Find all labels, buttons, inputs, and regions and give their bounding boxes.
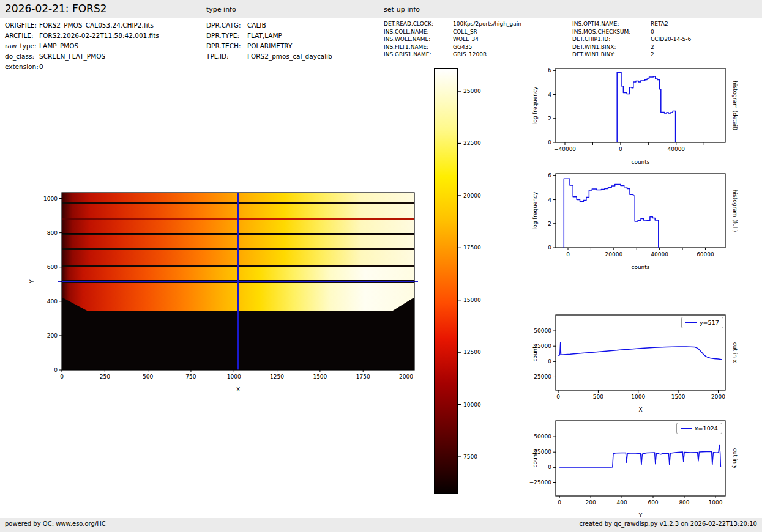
meta-row: DET.READ.CLOCK:100Kps/2ports/high_gain	[384, 20, 521, 28]
meta-row: ARCFILE:FORS2.2026-02-22T11:58:42.001.fi…	[5, 31, 159, 41]
x-tick-label: 1000	[227, 374, 241, 380]
meta-value: CALIB	[247, 21, 266, 29]
meta-row: INS.GRIS1.NAME:GRIS_1200R	[384, 51, 521, 59]
colorbar-tick-label: 15000	[463, 297, 481, 303]
meta-value: RETA2	[651, 21, 668, 27]
legend-label: x=1024	[695, 425, 718, 432]
x-tick-label: 600	[648, 500, 658, 506]
y-tick-label: 0	[548, 139, 551, 146]
legend-line-sample	[681, 428, 692, 429]
colorbar-tick-label: 7500	[463, 454, 477, 460]
cut-in-x-series	[558, 342, 722, 360]
x-tick-label: 20000	[605, 251, 623, 257]
cut-in-y-right-label: cut in y	[732, 448, 738, 469]
x-tick-label: −40000	[554, 146, 576, 152]
x-tick-label: 500	[143, 374, 153, 380]
meta-label: DET.WIN1.BINX:	[572, 43, 651, 51]
meta-row: INS.OPTI4.NAME:RETA2	[572, 20, 691, 28]
legend-cut-in-y: x=1024	[676, 423, 722, 434]
x-tick-label: 40000	[651, 251, 668, 257]
meta-value: 2	[651, 51, 654, 57]
x-tick-label: 1000	[631, 394, 645, 400]
raw-image-xlabel: X	[236, 386, 240, 393]
meta-row: INS.COLL.NAME:COLL_SR	[384, 28, 521, 36]
histogram-full-right-label: histogram (full)	[732, 190, 738, 232]
meta-label: DET.CHIP1.ID:	[572, 35, 651, 43]
type-info-heading: type info	[206, 6, 236, 13]
meta-value: GRIS_1200R	[453, 51, 487, 57]
x-tick-label: 200	[585, 500, 596, 506]
meta-label: DPR.TECH:	[206, 41, 247, 51]
meta-row: INS.WOLL.NAME:WOLL_34	[384, 35, 521, 43]
histogram-full-series	[564, 179, 659, 248]
meta-row: DET.WIN1.BINX:2	[572, 43, 691, 51]
x-tick-label: 0	[619, 146, 622, 152]
cut-in-x-right-label: cut in x	[732, 342, 738, 363]
meta-label: raw_type:	[5, 41, 39, 51]
setup-info-heading: set-up info	[384, 6, 420, 13]
x-tick-label: 400	[616, 500, 627, 506]
x-tick-label: 250	[100, 374, 110, 380]
meta-value: FLAT,LAMP	[247, 32, 282, 39]
meta-label: DPR.TYPE:	[206, 31, 247, 41]
meta-value: FORS2.2026-02-22T11:58:42.001.fits	[39, 32, 159, 39]
y-tick-label: 6	[548, 172, 551, 179]
page-title: 2026-02-21: FORS2	[5, 2, 107, 15]
histogram-full-frame	[556, 174, 725, 248]
x-tick-label: 60000	[697, 251, 714, 257]
meta-value: 2	[651, 44, 654, 50]
meta-value: POLARIMETRY	[247, 42, 292, 50]
histogram-detail-series	[617, 72, 675, 142]
meta-row: DPR.TYPE:FLAT,LAMP	[206, 31, 332, 41]
x-tick-label: 500	[593, 394, 603, 400]
colorbar-tick-label: 20000	[463, 193, 481, 199]
y-tick-label: 1000	[43, 196, 58, 202]
colorbar-tick-label: 17500	[463, 245, 481, 251]
x-tick-label: 1000	[708, 500, 722, 506]
x-tick-label: 800	[679, 500, 689, 506]
cut-in-y-ylabel: counts	[532, 449, 538, 467]
y-tick-label: 0	[548, 464, 551, 470]
cut-in-y-series	[559, 445, 720, 467]
meta-label: INS.OPTI4.NAME:	[572, 20, 651, 28]
meta-label: INS.MOS.CHECKSUM:	[572, 28, 651, 36]
meta-row: ORIGFILE:FORS2_PMOS_CAL053.24.CHIP2.fits	[5, 20, 159, 31]
meta-label: INS.WOLL.NAME:	[384, 35, 453, 43]
legend-line-sample	[685, 322, 697, 323]
x-tick-label: 750	[185, 374, 196, 380]
y-tick-label: 600	[47, 264, 58, 270]
meta-row: DET.WIN1.BINY:2	[572, 51, 691, 59]
meta-label: TPL.ID:	[206, 51, 247, 62]
meta-label: DPR.CATG:	[206, 20, 247, 31]
meta-value: 0	[39, 63, 43, 70]
histogram-full-ylabel: log frequency	[532, 191, 538, 229]
meta-value: 0	[651, 29, 654, 35]
cut-in-x-xlabel: X	[638, 407, 642, 413]
meta-value: GG435	[453, 44, 472, 50]
meta-label: INS.GRIS1.NAME:	[384, 51, 453, 59]
meta-value: SCREEN_FLAT_PMOS	[39, 53, 105, 60]
legend-cut-in-x: y=517	[681, 317, 723, 328]
histogram-detail-ylabel: log frequency	[532, 86, 538, 124]
y-tick-label: 25000	[534, 343, 551, 349]
colorbar-tick-label: 22500	[463, 140, 481, 146]
meta-label: extension:	[5, 62, 39, 72]
meta-label: DET.READ.CLOCK:	[384, 20, 453, 28]
y-tick-label: 4	[548, 197, 551, 203]
footer-left-text: powered by QC: www.eso.org/HC	[5, 520, 106, 527]
meta-row: DPR.TECH:POLARIMETRY	[206, 41, 332, 51]
meta-value: COLL_SR	[453, 29, 477, 35]
footer-right-text: created by qc_rawdisp.py v1.2.3 on 2026-…	[579, 520, 757, 527]
y-tick-label: 2	[548, 221, 551, 227]
x-tick-label: 40000	[667, 146, 685, 152]
x-tick-label: 0	[60, 374, 64, 380]
cut-in-x-ylabel: counts	[532, 343, 538, 361]
meta-label: INS.COLL.NAME:	[384, 28, 453, 36]
x-tick-label: 0	[558, 500, 561, 506]
y-tick-label: 200	[47, 333, 58, 339]
meta-value: WOLL_34	[453, 36, 479, 42]
colorbar-tick-label: 10000	[463, 402, 481, 408]
x-tick-label: 1500	[313, 374, 327, 380]
colorbar-tick-label: 12500	[463, 349, 481, 355]
y-tick-label: 50000	[534, 434, 551, 440]
